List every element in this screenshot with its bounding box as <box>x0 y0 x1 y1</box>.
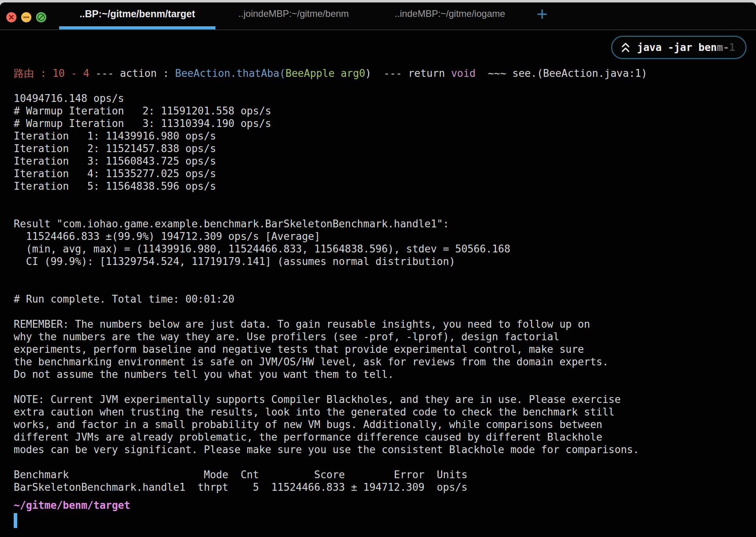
tab-label: ..BP:~/gitme/benm/target <box>80 8 195 20</box>
log-route-line: 路由 : 10 - 4 --- action : BeeAction.thatA… <box>14 67 756 80</box>
terminal-content: 路由 : 10 - 4 --- action : BeeAction.thatA… <box>0 30 756 528</box>
minimize-button[interactable] <box>21 12 31 22</box>
terminal-cursor[interactable] <box>14 513 17 528</box>
zoom-button[interactable] <box>36 12 46 22</box>
prohibited-icon <box>36 12 46 22</box>
tab-bar: ..BP:~/gitme/benm/target ..joindeMBP:~/g… <box>0 3 756 30</box>
minus-icon <box>21 12 31 22</box>
tab-gitme-benm[interactable]: ..joindeMBP:~/gitme/benm <box>215 3 372 29</box>
terminal-window: ..BP:~/gitme/benm/target ..joindeMBP:~/g… <box>0 2 756 537</box>
tab-label: ..indeMBP:~/gitme/iogame <box>394 8 505 19</box>
tab-label: ..joindeMBP:~/gitme/benm <box>238 8 349 19</box>
tab-gitme-iogame[interactable]: ..indeMBP:~/gitme/iogame <box>372 3 528 29</box>
benchmark-output: 10494716.148 ops/s # Warmup Iteration 2:… <box>14 80 756 493</box>
active-tab-underline <box>59 26 215 29</box>
tab-benm-target[interactable]: ..BP:~/gitme/benm/target <box>59 3 215 29</box>
close-button[interactable] <box>6 12 16 22</box>
screenshot-root: ..BP:~/gitme/benm/target ..joindeMBP:~/g… <box>0 0 756 537</box>
shell-prompt-path: ~/gitme/benm/target <box>14 499 756 512</box>
new-tab-button[interactable]: + <box>528 3 556 29</box>
tab-strip: ..BP:~/gitme/benm/target ..joindeMBP:~/g… <box>59 3 528 29</box>
traffic-light-buttons <box>6 12 46 22</box>
close-icon <box>6 12 16 22</box>
